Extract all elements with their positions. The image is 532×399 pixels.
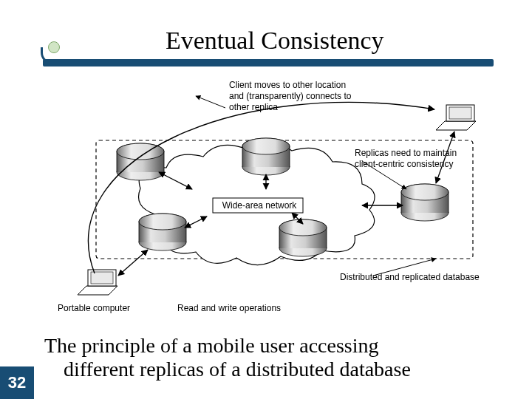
label-portable: Portable computer	[58, 303, 130, 314]
replica-bottom-left	[139, 214, 186, 250]
slide-title: Eventual Consistency	[166, 27, 384, 55]
svg-rect-15	[449, 107, 471, 119]
svg-point-5	[139, 214, 186, 230]
moves-callout	[196, 96, 225, 108]
label-replicas: Replicas need to maintain client-centric…	[355, 148, 480, 170]
slide: Eventual Consistency	[0, 0, 532, 399]
laptop-left	[78, 270, 117, 295]
caption-line1: The principle of a mobile user accessing	[44, 334, 379, 357]
label-rw-ops: Read and write operations	[177, 303, 281, 314]
page-number: 32	[0, 366, 34, 399]
svg-point-3	[242, 138, 290, 154]
diagram: Client moves to other location and (tran…	[44, 72, 497, 316]
title-bullet-icon	[48, 41, 60, 53]
svg-point-7	[279, 219, 327, 236]
label-client-moves-l1: Client moves to other location	[229, 80, 346, 90]
replica-top-mid	[242, 138, 290, 175]
svg-marker-10	[78, 286, 117, 295]
svg-point-9	[401, 184, 449, 200]
svg-rect-12	[91, 272, 113, 284]
label-client-moves: Client moves to other location and (tran…	[229, 80, 377, 113]
replica-top-left	[117, 143, 164, 180]
laptop-right	[436, 105, 476, 130]
label-wan: Wide-area network	[219, 200, 300, 211]
label-replicas-l2: client-centric consistency	[355, 159, 453, 169]
label-client-moves-l3: other replica	[229, 102, 278, 112]
slide-caption: The principle of a mobile user accessing…	[44, 334, 502, 381]
label-distributed-db: Distributed and replicated database	[340, 272, 502, 283]
title-underline	[43, 59, 494, 66]
replica-right	[401, 184, 449, 221]
rw-link	[118, 250, 148, 276]
replica-bottom-mid	[279, 219, 327, 256]
label-replicas-l1: Replicas need to maintain	[355, 148, 457, 158]
svg-marker-13	[436, 121, 476, 130]
caption-line2: different replicas of a distributed data…	[44, 358, 502, 381]
label-client-moves-l2: and (transparently) connects to	[229, 91, 351, 101]
